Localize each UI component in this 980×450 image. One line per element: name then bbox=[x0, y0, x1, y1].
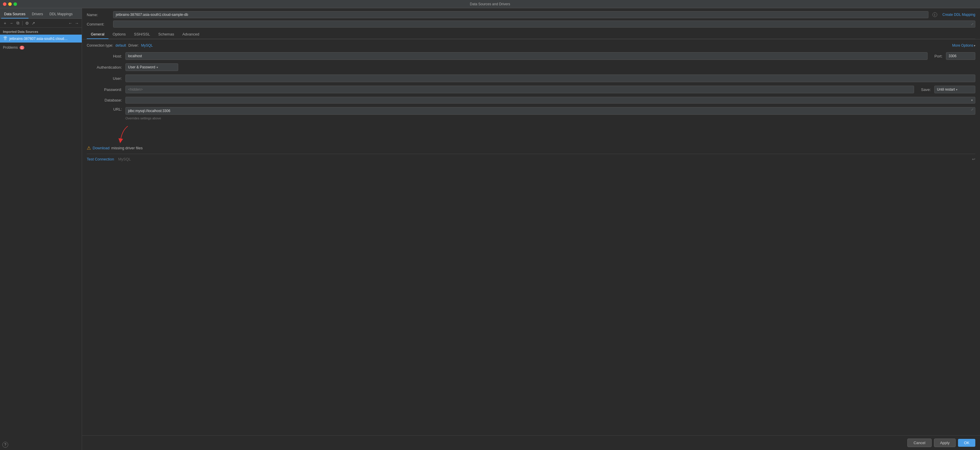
revert-icon[interactable]: ↩ bbox=[972, 157, 975, 161]
save-label: Save: bbox=[921, 88, 931, 92]
remove-icon[interactable]: − bbox=[9, 21, 14, 26]
database-label: Database: bbox=[87, 98, 122, 102]
user-input[interactable] bbox=[126, 75, 975, 82]
comment-expand-icon[interactable]: ⤢ bbox=[971, 22, 974, 26]
tab-data-sources[interactable]: Data Sources bbox=[1, 10, 29, 19]
problems-badge: 1 bbox=[20, 46, 24, 49]
more-options-button[interactable]: More Options ▾ bbox=[952, 43, 975, 48]
bottom-help: ? bbox=[0, 439, 82, 450]
port-label: Port: bbox=[935, 54, 942, 58]
window-title: Data Sources and Drivers bbox=[470, 2, 510, 6]
red-arrow-svg bbox=[104, 124, 140, 145]
connection-type-value[interactable]: default bbox=[116, 43, 126, 48]
add-icon[interactable]: + bbox=[2, 21, 8, 26]
duplicate-icon[interactable]: ⧉ bbox=[15, 21, 21, 26]
back-icon[interactable]: ← bbox=[68, 21, 73, 26]
problems-label: Problems bbox=[3, 45, 18, 49]
url-row: URL: ⤢ bbox=[87, 107, 975, 115]
comment-label: Comment: bbox=[87, 22, 110, 26]
driver-value[interactable]: MySQL bbox=[141, 43, 153, 48]
missing-driver-text: missing driver files bbox=[111, 146, 143, 150]
test-connection-row: Test Connection MySQL ↩ bbox=[87, 154, 975, 161]
test-connection-link[interactable]: Test Connection bbox=[87, 157, 114, 161]
host-input[interactable] bbox=[126, 52, 928, 60]
comment-input[interactable] bbox=[113, 21, 975, 27]
tab-ssh-ssl[interactable]: SSH/SSL bbox=[130, 30, 154, 39]
main-tabs: General Options SSH/SSL Schemas Advanced bbox=[87, 30, 975, 39]
close-button[interactable] bbox=[3, 2, 6, 6]
problems-section: Problems 1 bbox=[0, 44, 82, 51]
comment-row: Comment: ⤢ bbox=[87, 21, 975, 27]
settings-icon[interactable]: ⚙ bbox=[24, 21, 30, 26]
connection-type-label: Connection type: bbox=[87, 43, 113, 48]
connection-type-row: Connection type: default Driver: MySQL M… bbox=[87, 43, 975, 48]
name-row: Name: i Create DDL Mapping bbox=[87, 11, 975, 18]
port-input[interactable] bbox=[946, 52, 975, 60]
tab-general[interactable]: General bbox=[87, 30, 108, 39]
download-link[interactable]: Download bbox=[92, 146, 110, 150]
auth-chevron: ▾ bbox=[156, 66, 158, 69]
auth-label: Authentication: bbox=[87, 65, 122, 70]
tab-options[interactable]: Options bbox=[108, 30, 130, 39]
more-options-chevron: ▾ bbox=[974, 44, 975, 47]
right-header: Name: i Create DDL Mapping Comment: ⤢ Ge… bbox=[82, 8, 980, 39]
database-select[interactable]: ▾ bbox=[126, 97, 975, 104]
help-icon[interactable]: ? bbox=[2, 442, 8, 448]
maximize-button[interactable] bbox=[13, 2, 17, 6]
ok-button[interactable]: OK bbox=[958, 439, 975, 447]
export-icon[interactable]: ↗ bbox=[31, 21, 36, 26]
right-panel: Name: i Create DDL Mapping Comment: ⤢ Ge… bbox=[82, 8, 980, 450]
traffic-lights bbox=[3, 2, 17, 6]
password-row: Password: Save: Until restart ▾ bbox=[87, 86, 975, 93]
url-label: URL: bbox=[87, 107, 122, 112]
save-chevron: ▾ bbox=[956, 88, 958, 91]
authentication-row: Authentication: User & Password ▾ bbox=[87, 63, 975, 71]
sidebar-item-label: jetbrains-387607:asia-south1:cloud-sampl… bbox=[10, 37, 68, 41]
imported-data-sources-title: Imported Data Sources bbox=[0, 27, 82, 35]
host-label: Host: bbox=[87, 54, 122, 58]
forward-icon[interactable]: → bbox=[74, 21, 80, 26]
overrides-text: Overrides settings above bbox=[126, 116, 975, 120]
bottom-bar: Cancel Apply OK bbox=[82, 435, 980, 450]
warning-icon: ⚠ bbox=[87, 145, 91, 151]
tab-schemas[interactable]: Schemas bbox=[154, 30, 178, 39]
password-label: Password: bbox=[87, 88, 122, 92]
sidebar-tabs: Data Sources Drivers DDL Mappings bbox=[0, 8, 82, 19]
driver-label: Driver: bbox=[128, 43, 138, 48]
tab-ddl-mappings[interactable]: DDL Mappings bbox=[46, 10, 76, 19]
apply-button[interactable]: Apply bbox=[934, 439, 956, 447]
tab-advanced[interactable]: Advanced bbox=[178, 30, 204, 39]
warning-row: ⚠ Download missing driver files bbox=[87, 145, 975, 151]
arrow-area bbox=[104, 124, 975, 145]
url-input[interactable] bbox=[126, 107, 975, 115]
user-row: User: bbox=[87, 75, 975, 82]
info-icon: i bbox=[932, 12, 937, 17]
sidebar-toolbar: + − ⧉ ⚙ ↗ ← → bbox=[0, 19, 82, 27]
svg-rect-0 bbox=[4, 38, 6, 39]
svg-rect-1 bbox=[4, 39, 6, 40]
db-chevron: ▾ bbox=[971, 99, 973, 102]
content-area: Connection type: default Driver: MySQL M… bbox=[82, 39, 980, 435]
auth-select[interactable]: User & Password ▾ bbox=[126, 63, 178, 71]
svg-rect-2 bbox=[4, 40, 6, 40]
cancel-button[interactable]: Cancel bbox=[907, 439, 931, 447]
db-icon bbox=[3, 36, 8, 41]
sidebar-item-db[interactable]: jetbrains-387607:asia-south1:cloud-sampl… bbox=[0, 35, 82, 43]
sidebar: Data Sources Drivers DDL Mappings + − ⧉ … bbox=[0, 8, 82, 450]
name-input[interactable] bbox=[113, 11, 928, 18]
minimize-button[interactable] bbox=[8, 2, 12, 6]
save-select[interactable]: Until restart ▾ bbox=[934, 86, 975, 93]
database-row: Database: ▾ bbox=[87, 97, 975, 104]
password-input[interactable] bbox=[126, 86, 914, 93]
mysql-label: MySQL bbox=[118, 157, 131, 161]
create-ddl-button[interactable]: Create DDL Mapping bbox=[942, 13, 975, 17]
name-label: Name: bbox=[87, 13, 110, 17]
user-label: User: bbox=[87, 76, 122, 81]
url-expand-icon[interactable]: ⤢ bbox=[971, 108, 974, 112]
title-bar: Data Sources and Drivers bbox=[0, 0, 980, 8]
tab-drivers[interactable]: Drivers bbox=[29, 10, 46, 19]
host-row: Host: Port: bbox=[87, 52, 975, 60]
